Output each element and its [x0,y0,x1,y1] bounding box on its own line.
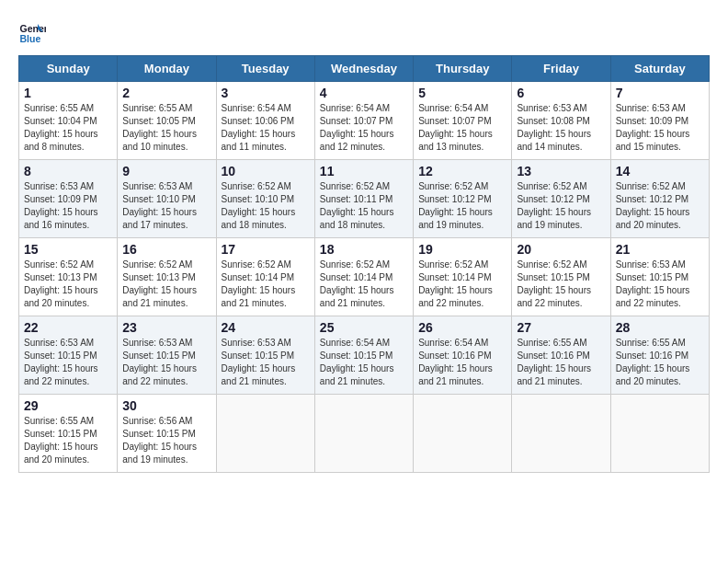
day-info: Sunrise: 6:54 AMSunset: 10:15 PMDaylight… [320,337,408,388]
day-info: Sunrise: 6:52 AMSunset: 10:11 PMDaylight… [320,180,408,232]
calendar-cell: 15 Sunrise: 6:52 AMSunset: 10:13 PMDayli… [19,238,118,316]
weekday-header: SundayMondayTuesdayWednesdayThursdayFrid… [19,56,710,82]
day-number: 7 [616,86,704,100]
calendar-cell: 17 Sunrise: 6:52 AMSunset: 10:14 PMDayli… [216,238,314,316]
day-number: 23 [122,320,210,335]
day-info: Sunrise: 6:55 AMSunset: 10:16 PMDaylight… [517,337,605,388]
day-info: Sunrise: 6:54 AMSunset: 10:06 PMDaylight… [222,102,310,154]
day-info: Sunrise: 6:55 AMSunset: 10:05 PMDaylight… [122,102,210,154]
day-info: Sunrise: 6:55 AMSunset: 10:04 PMDaylight… [24,102,112,154]
day-number: 25 [320,320,408,335]
week-row-3: 15 Sunrise: 6:52 AMSunset: 10:13 PMDayli… [19,238,710,316]
calendar-cell: 14 Sunrise: 6:52 AMSunset: 10:12 PMDayli… [610,160,709,238]
day-number: 14 [616,164,704,178]
calendar-cell: 28 Sunrise: 6:55 AMSunset: 10:16 PMDayli… [610,316,709,395]
calendar-cell: 16 Sunrise: 6:52 AMSunset: 10:13 PMDayli… [118,238,216,316]
calendar-cell: 7 Sunrise: 6:53 AMSunset: 10:09 PMDaylig… [610,82,709,160]
day-number: 13 [517,164,605,178]
day-info: Sunrise: 6:52 AMSunset: 10:13 PMDaylight… [24,259,112,310]
day-number: 5 [418,86,506,100]
weekday-thursday: Thursday [414,56,512,82]
calendar-cell: 1 Sunrise: 6:55 AMSunset: 10:04 PMDaylig… [19,82,118,160]
calendar-cell: 19 Sunrise: 6:52 AMSunset: 10:14 PMDayli… [414,238,512,316]
logo: General Blue [18,18,46,46]
calendar-cell: 24 Sunrise: 6:53 AMSunset: 10:15 PMDayli… [216,316,314,395]
calendar: SundayMondayTuesdayWednesdayThursdayFrid… [18,55,710,473]
day-info: Sunrise: 6:52 AMSunset: 10:13 PMDaylight… [122,259,210,310]
day-info: Sunrise: 6:54 AMSunset: 10:07 PMDaylight… [418,102,506,154]
day-number: 6 [517,86,605,100]
day-info: Sunrise: 6:52 AMSunset: 10:12 PMDaylight… [616,180,704,232]
calendar-cell: 4 Sunrise: 6:54 AMSunset: 10:07 PMDaylig… [314,82,413,160]
calendar-cell: 22 Sunrise: 6:53 AMSunset: 10:15 PMDayli… [19,316,118,395]
calendar-cell: 26 Sunrise: 6:54 AMSunset: 10:16 PMDayli… [414,316,512,395]
day-number: 30 [122,398,210,413]
week-row-5: 29 Sunrise: 6:55 AMSunset: 10:15 PMDayli… [19,395,710,473]
calendar-cell: 27 Sunrise: 6:55 AMSunset: 10:16 PMDayli… [512,316,610,395]
calendar-cell [610,395,709,473]
calendar-cell: 11 Sunrise: 6:52 AMSunset: 10:11 PMDayli… [314,160,413,238]
calendar-cell: 9 Sunrise: 6:53 AMSunset: 10:10 PMDaylig… [118,160,216,238]
day-number: 1 [24,86,112,100]
weekday-sunday: Sunday [19,56,118,82]
day-info: Sunrise: 6:52 AMSunset: 10:14 PMDaylight… [418,259,506,310]
day-info: Sunrise: 6:53 AMSunset: 10:15 PMDaylight… [222,337,310,388]
day-number: 29 [24,398,112,413]
calendar-cell: 20 Sunrise: 6:52 AMSunset: 10:15 PMDayli… [512,238,610,316]
day-number: 8 [24,164,112,178]
day-info: Sunrise: 6:54 AMSunset: 10:16 PMDaylight… [418,337,506,388]
day-number: 9 [122,164,210,178]
calendar-cell: 6 Sunrise: 6:53 AMSunset: 10:08 PMDaylig… [512,82,610,160]
calendar-cell [314,395,413,473]
day-number: 28 [616,320,704,335]
day-info: Sunrise: 6:53 AMSunset: 10:15 PMDaylight… [616,259,704,310]
day-info: Sunrise: 6:52 AMSunset: 10:10 PMDaylight… [222,180,310,232]
day-info: Sunrise: 6:53 AMSunset: 10:15 PMDaylight… [122,337,210,388]
calendar-cell: 2 Sunrise: 6:55 AMSunset: 10:05 PMDaylig… [118,82,216,160]
day-info: Sunrise: 6:52 AMSunset: 10:12 PMDaylight… [517,180,605,232]
day-number: 17 [222,242,310,257]
day-info: Sunrise: 6:52 AMSunset: 10:14 PMDaylight… [320,259,408,310]
day-number: 12 [418,164,506,178]
day-number: 10 [222,164,310,178]
day-number: 22 [24,320,112,335]
day-number: 2 [122,86,210,100]
logo-icon: General Blue [18,18,46,46]
calendar-body: 1 Sunrise: 6:55 AMSunset: 10:04 PMDaylig… [19,82,710,473]
calendar-cell: 12 Sunrise: 6:52 AMSunset: 10:12 PMDayli… [414,160,512,238]
week-row-2: 8 Sunrise: 6:53 AMSunset: 10:09 PMDaylig… [19,160,710,238]
svg-text:Blue: Blue [20,33,41,44]
day-info: Sunrise: 6:53 AMSunset: 10:09 PMDaylight… [616,102,704,154]
weekday-tuesday: Tuesday [216,56,314,82]
day-info: Sunrise: 6:52 AMSunset: 10:12 PMDaylight… [418,180,506,232]
day-info: Sunrise: 6:55 AMSunset: 10:15 PMDaylight… [24,415,112,466]
weekday-wednesday: Wednesday [314,56,413,82]
day-number: 20 [517,242,605,257]
calendar-cell: 25 Sunrise: 6:54 AMSunset: 10:15 PMDayli… [314,316,413,395]
calendar-cell: 13 Sunrise: 6:52 AMSunset: 10:12 PMDayli… [512,160,610,238]
calendar-cell: 8 Sunrise: 6:53 AMSunset: 10:09 PMDaylig… [19,160,118,238]
day-number: 27 [517,320,605,335]
calendar-cell: 10 Sunrise: 6:52 AMSunset: 10:10 PMDayli… [216,160,314,238]
day-number: 18 [320,242,408,257]
day-info: Sunrise: 6:53 AMSunset: 10:10 PMDaylight… [122,180,210,232]
day-info: Sunrise: 6:54 AMSunset: 10:07 PMDaylight… [320,102,408,154]
calendar-cell [216,395,314,473]
day-number: 24 [222,320,310,335]
day-info: Sunrise: 6:52 AMSunset: 10:14 PMDaylight… [222,259,310,310]
day-info: Sunrise: 6:53 AMSunset: 10:09 PMDaylight… [24,180,112,232]
day-number: 21 [616,242,704,257]
weekday-monday: Monday [118,56,216,82]
day-number: 11 [320,164,408,178]
day-number: 3 [222,86,310,100]
day-info: Sunrise: 6:52 AMSunset: 10:15 PMDaylight… [517,259,605,310]
day-number: 26 [418,320,506,335]
calendar-cell: 3 Sunrise: 6:54 AMSunset: 10:06 PMDaylig… [216,82,314,160]
day-info: Sunrise: 6:53 AMSunset: 10:08 PMDaylight… [517,102,605,154]
calendar-cell: 23 Sunrise: 6:53 AMSunset: 10:15 PMDayli… [118,316,216,395]
calendar-cell: 30 Sunrise: 6:56 AMSunset: 10:15 PMDayli… [118,395,216,473]
day-info: Sunrise: 6:53 AMSunset: 10:15 PMDaylight… [24,337,112,388]
day-number: 16 [122,242,210,257]
week-row-4: 22 Sunrise: 6:53 AMSunset: 10:15 PMDayli… [19,316,710,395]
calendar-cell [512,395,610,473]
